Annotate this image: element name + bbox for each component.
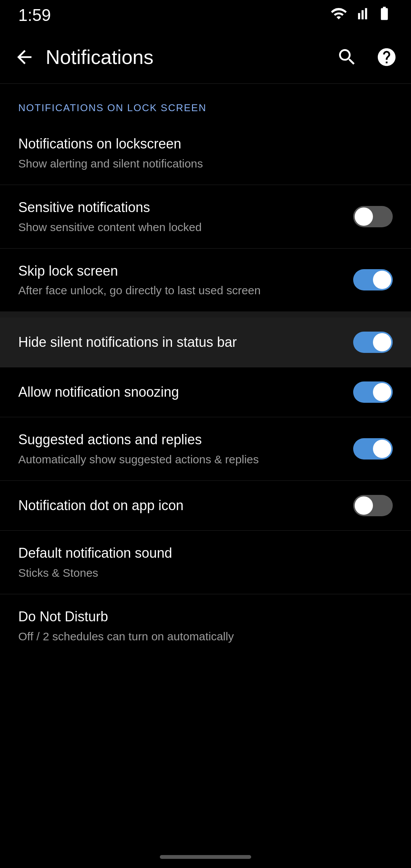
default-notification-sound-title: Default notification sound <box>18 544 381 562</box>
sensitive-notifications-toggle[interactable] <box>353 206 393 227</box>
do-not-disturb-content: Do Not Disturb Off / 2 schedules can tur… <box>18 608 393 644</box>
help-button[interactable] <box>371 42 402 72</box>
do-not-disturb-title: Do Not Disturb <box>18 608 381 626</box>
do-not-disturb-item[interactable]: Do Not Disturb Off / 2 schedules can tur… <box>0 594 411 657</box>
sensitive-notifications-toggle-thumb <box>355 207 373 226</box>
lock-screen-section-header: NOTIFICATIONS ON LOCK SCREEN <box>0 84 411 121</box>
hide-silent-notifications-item[interactable]: Hide silent notifications in status bar <box>0 318 411 367</box>
skip-lock-screen-toggle-thumb <box>373 271 391 289</box>
notification-dot-toggle[interactable] <box>353 495 393 516</box>
notifications-on-lockscreen-subtitle: Show alerting and silent notifications <box>18 156 381 171</box>
allow-notification-snoozing-item[interactable]: Allow notification snoozing <box>0 367 411 417</box>
wifi-icon <box>330 5 347 26</box>
notification-dot-content: Notification dot on app icon <box>18 497 353 515</box>
notifications-on-lockscreen-item[interactable]: Notifications on lockscreen Show alertin… <box>0 121 411 185</box>
allow-notification-snoozing-content: Allow notification snoozing <box>18 383 353 401</box>
skip-lock-screen-item[interactable]: Skip lock screen After face unlock, go d… <box>0 249 411 312</box>
sensitive-notifications-subtitle: Show sensitive content when locked <box>18 220 341 235</box>
allow-notification-snoozing-toggle[interactable] <box>353 381 393 403</box>
signal-icon <box>353 5 370 26</box>
battery-icon <box>376 5 393 26</box>
hide-silent-notifications-toggle[interactable] <box>353 332 393 353</box>
notification-dot-title: Notification dot on app icon <box>18 497 341 515</box>
sensitive-notifications-title: Sensitive notifications <box>18 199 341 217</box>
back-button[interactable] <box>9 42 40 72</box>
sensitive-notifications-item[interactable]: Sensitive notifications Show sensitive c… <box>0 185 411 248</box>
default-notification-sound-item[interactable]: Default notification sound Sticks & Ston… <box>0 531 411 594</box>
suggested-actions-subtitle: Automatically show suggested actions & r… <box>18 452 341 467</box>
app-bar-actions <box>332 42 402 72</box>
hide-silent-notifications-content: Hide silent notifications in status bar <box>18 333 353 351</box>
notifications-on-lockscreen-content: Notifications on lockscreen Show alertin… <box>18 135 393 171</box>
app-bar: Notifications <box>0 30 411 84</box>
notification-dot-item[interactable]: Notification dot on app icon <box>0 481 411 530</box>
suggested-actions-toggle[interactable] <box>353 438 393 460</box>
hide-silent-notifications-title: Hide silent notifications in status bar <box>18 333 341 351</box>
status-time: 1:59 <box>18 6 51 25</box>
page-title: Notifications <box>40 46 332 69</box>
home-indicator <box>160 855 251 859</box>
skip-lock-screen-subtitle: After face unlock, go directly to last u… <box>18 283 341 298</box>
status-icons <box>330 5 393 26</box>
search-button[interactable] <box>332 42 362 72</box>
allow-notification-snoozing-title: Allow notification snoozing <box>18 383 341 401</box>
skip-lock-screen-toggle[interactable] <box>353 269 393 290</box>
default-notification-sound-subtitle: Sticks & Stones <box>18 565 381 580</box>
skip-lock-screen-content: Skip lock screen After face unlock, go d… <box>18 262 353 298</box>
suggested-actions-item[interactable]: Suggested actions and replies Automatica… <box>0 417 411 480</box>
skip-lock-screen-title: Skip lock screen <box>18 262 341 280</box>
do-not-disturb-subtitle: Off / 2 schedules can turn on automatica… <box>18 629 381 644</box>
suggested-actions-toggle-thumb <box>373 440 391 458</box>
default-notification-sound-content: Default notification sound Sticks & Ston… <box>18 544 393 580</box>
section-divider <box>0 311 411 318</box>
hide-silent-notifications-toggle-thumb <box>373 333 391 351</box>
status-bar: 1:59 <box>0 0 411 30</box>
suggested-actions-content: Suggested actions and replies Automatica… <box>18 431 353 467</box>
allow-notification-snoozing-toggle-thumb <box>373 383 391 401</box>
suggested-actions-title: Suggested actions and replies <box>18 431 341 449</box>
notifications-on-lockscreen-title: Notifications on lockscreen <box>18 135 381 153</box>
notification-dot-toggle-thumb <box>355 496 373 515</box>
sensitive-notifications-content: Sensitive notifications Show sensitive c… <box>18 199 353 235</box>
